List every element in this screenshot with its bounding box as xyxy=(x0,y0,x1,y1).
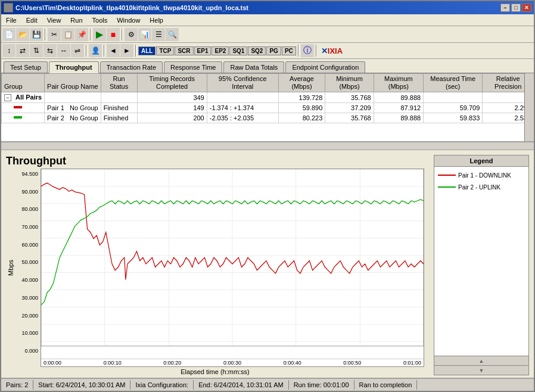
ep-icon-6[interactable]: ⇌ xyxy=(71,44,84,57)
chart-with-axes: Mbps 94.500 90.000 80.000 70.000 60.000 … xyxy=(6,169,424,367)
col-header-maximum: Maximum (Mbps) xyxy=(374,74,423,92)
y-tick-4000: 40.000 xyxy=(21,277,38,283)
copy-button[interactable]: 📋 xyxy=(61,28,74,41)
menu-edit[interactable]: Edit xyxy=(21,14,42,26)
menu-window[interactable]: Window xyxy=(112,14,145,26)
badge-pg[interactable]: PG xyxy=(266,46,281,55)
ixia-logo: ✕IXIA xyxy=(321,46,343,55)
menu-file[interactable]: File xyxy=(1,14,21,26)
run-button[interactable]: ▶ xyxy=(93,28,106,41)
badge-pc[interactable]: PC xyxy=(282,46,296,55)
maximum-cell: 89.888 xyxy=(374,92,423,103)
open-button[interactable]: 📂 xyxy=(16,28,29,41)
legend-item-1: Pair 1 - DOWNLINK xyxy=(437,169,526,181)
settings-button[interactable]: ⚙ xyxy=(125,28,138,41)
ep-icon-4[interactable]: ⇆ xyxy=(43,44,57,57)
legend-scroll-arrow-down[interactable]: ▼ xyxy=(479,368,484,374)
pair1-measured-cell: 59.709 xyxy=(424,103,483,113)
pair1-maximum-cell: 87.912 xyxy=(374,103,423,113)
x-tick-10: 0:00:10 xyxy=(104,360,122,366)
chart-svg xyxy=(41,169,424,359)
sep-6 xyxy=(135,45,136,57)
y-tick-6000: 60.000 xyxy=(21,242,38,248)
group-name-cell: − All Pairs xyxy=(2,92,45,103)
badge-sq2[interactable]: SQ2 xyxy=(248,46,266,55)
separator-3 xyxy=(122,29,123,41)
legend-scroll-arrow-up[interactable]: ▲ xyxy=(479,358,484,364)
average-cell: 139.728 xyxy=(278,92,325,103)
paste-button[interactable]: 📌 xyxy=(75,28,88,41)
tab-bar: Test Setup Throughput Transaction Rate R… xyxy=(1,59,534,73)
x-tick-30: 0:00:30 xyxy=(223,360,241,366)
col-header-pair-group-name: Pair Group Name xyxy=(45,74,101,92)
minimize-button[interactable]: − xyxy=(500,4,510,12)
stop-button[interactable]: ■ xyxy=(107,28,120,41)
y-tick-5000: 50.000 xyxy=(21,259,38,265)
tab-transaction-rate[interactable]: Transaction Rate xyxy=(100,61,163,73)
status-end: End: 6/24/2014, 10:31:01 AM xyxy=(194,380,289,390)
pair1-group-cell xyxy=(2,103,45,113)
tab-response-time[interactable]: Response Time xyxy=(164,61,222,73)
x-tick-50: 0:00:50 xyxy=(343,360,361,366)
window-controls: − □ ✕ xyxy=(500,4,531,12)
table-row[interactable]: Pair 2 No Group Finished 200 -2.035 : +2… xyxy=(2,113,534,123)
close-button[interactable]: ✕ xyxy=(522,4,531,12)
sep-5 xyxy=(104,45,105,57)
status-runtime: Run time: 00:01:00 xyxy=(289,380,354,390)
x-tick-40: 0:00:40 xyxy=(284,360,301,366)
new-button[interactable]: 📄 xyxy=(2,28,15,41)
save-button[interactable]: 💾 xyxy=(30,28,43,41)
menu-run[interactable]: Run xyxy=(66,14,87,26)
pair1-color-icon xyxy=(14,104,22,110)
menu-tools[interactable]: Tools xyxy=(88,14,113,26)
badge-sq1[interactable]: SQ1 xyxy=(229,46,247,55)
ep-icon-1[interactable]: ↕ xyxy=(2,44,15,57)
tab-throughput[interactable]: Throughput xyxy=(49,61,99,73)
tab-endpoint-config[interactable]: Endpoint Configuration xyxy=(285,61,365,73)
minimum-cell: 35.768 xyxy=(325,92,374,103)
badge-tcp[interactable]: TCP xyxy=(156,46,174,55)
table-scrollbar[interactable] xyxy=(524,73,534,141)
badge-all[interactable]: ALL xyxy=(138,46,155,55)
tab-raw-data-totals[interactable]: Raw Data Totals xyxy=(223,61,284,73)
info-icon[interactable]: ⓘ xyxy=(301,44,314,57)
separator-1 xyxy=(45,29,46,41)
menu-help[interactable]: Help xyxy=(145,14,168,26)
status-config: Ixia Configuration: xyxy=(130,380,194,390)
expand-icon[interactable]: − xyxy=(4,94,11,101)
pair2-measured-cell: 59.833 xyxy=(424,113,483,123)
status-pairs: Pairs: 2 xyxy=(1,380,33,390)
list-button[interactable]: ☰ xyxy=(152,28,165,41)
nav-right[interactable]: ► xyxy=(120,44,133,57)
pair2-confidence-cell: -2.035 : +2.035 xyxy=(207,113,278,123)
ep-icon-3[interactable]: ⇅ xyxy=(30,44,43,57)
tab-test-setup[interactable]: Test Setup xyxy=(4,61,48,73)
ep-icon-5[interactable]: ↔ xyxy=(57,44,70,57)
filter-button[interactable]: 🔍 xyxy=(166,28,179,41)
confidence-cell xyxy=(207,92,278,103)
table-hscroll[interactable] xyxy=(1,142,534,150)
menu-view[interactable]: View xyxy=(42,14,66,26)
legend-scrollbar-down[interactable]: ▼ xyxy=(434,365,528,375)
table-row[interactable]: Pair 1 No Group Finished 149 -1.374 : +1… xyxy=(2,103,534,113)
x-tick-labels: 0:00:00 0:00:10 0:00:20 0:00:30 0:00:40 … xyxy=(41,359,424,366)
ep-icon-2[interactable]: ⇄ xyxy=(16,44,29,57)
pair1-name-cell: Pair 1 No Group xyxy=(45,103,101,113)
y-tick-9450: 94.500 xyxy=(21,171,38,177)
cut-button[interactable]: ✂ xyxy=(48,28,61,41)
badge-scr[interactable]: SCR xyxy=(175,46,193,55)
status-completion: Ran to completion xyxy=(354,380,418,390)
legend-scrollbar[interactable]: ▲ xyxy=(434,356,528,365)
chart-svg-container: 0:00:00 0:00:10 0:00:20 0:00:30 0:00:40 … xyxy=(41,169,424,367)
menu-bar: File Edit View Run Tools Window Help xyxy=(1,14,534,26)
main-content: Group Pair Group Name Run Status Timing … xyxy=(1,73,534,378)
nav-left[interactable]: ◄ xyxy=(107,44,120,57)
table-row[interactable]: − All Pairs 349 139.728 35.768 89.888 xyxy=(2,92,534,103)
pair1-minimum-cell: 37.209 xyxy=(325,103,374,113)
maximize-button[interactable]: □ xyxy=(511,4,521,12)
pair2-name-cell: Pair 2 No Group xyxy=(45,113,101,123)
badge-ep1[interactable]: EP1 xyxy=(194,46,211,55)
badge-ep2[interactable]: EP2 xyxy=(211,46,229,55)
chart-button[interactable]: 📊 xyxy=(138,28,151,41)
stats-icon[interactable]: 👤 xyxy=(89,44,102,57)
